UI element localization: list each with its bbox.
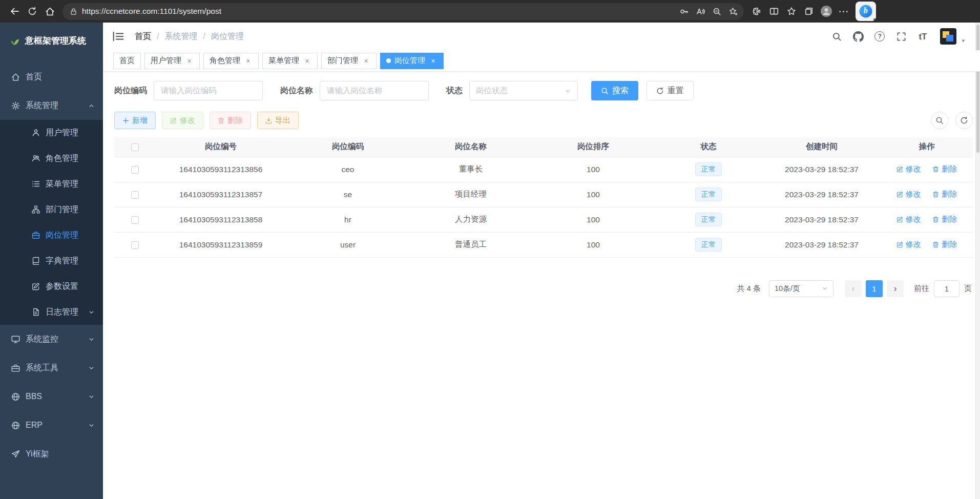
tab-dept-mgmt[interactable]: 部门管理 × xyxy=(321,53,377,69)
sidebar-item-menu-mgmt[interactable]: 菜单管理 xyxy=(0,171,103,197)
reset-button[interactable]: 重置 xyxy=(647,81,694,100)
prev-page-button[interactable]: ‹ xyxy=(845,280,862,297)
delete-link[interactable]: 删除 xyxy=(932,240,957,249)
search-button-label: 搜索 xyxy=(612,86,629,96)
tab-post-mgmt[interactable]: 岗位管理 × xyxy=(380,53,444,69)
sidebar-item-yi-framework[interactable]: Yi框架 xyxy=(0,440,103,468)
table-row: 1641030593112313858 hr 人力资源 100 正常 2023-… xyxy=(114,207,973,232)
sidebar-item-post-mgmt[interactable]: 岗位管理 xyxy=(0,222,103,248)
cell-created-time: 2023-03-29 18:52:37 xyxy=(763,157,881,182)
refresh-table-button[interactable] xyxy=(955,112,973,129)
sidebar-item-user-mgmt[interactable]: 用户管理 xyxy=(0,120,103,145)
copilot-button[interactable]: b ▾ xyxy=(856,2,876,21)
zoom-button[interactable] xyxy=(709,4,724,19)
github-button[interactable] xyxy=(849,27,867,46)
page-size-select[interactable]: 10条/页 xyxy=(769,280,833,297)
close-tab-icon[interactable]: × xyxy=(185,56,194,65)
export-button[interactable]: 导出 xyxy=(257,112,299,129)
refresh-button[interactable] xyxy=(24,3,41,20)
close-tab-icon[interactable]: × xyxy=(429,56,437,65)
close-tab-icon[interactable]: × xyxy=(303,56,311,65)
row-checkbox[interactable] xyxy=(131,241,139,249)
bing-logo-letter: b xyxy=(864,6,868,15)
edit-link[interactable]: 修改 xyxy=(896,164,921,174)
status-select[interactable]: 岗位状态 xyxy=(469,81,578,100)
sidebar-item-system-monitor[interactable]: 系统监控 xyxy=(0,325,103,354)
site-info-lock-icon[interactable] xyxy=(70,8,77,15)
profile-button[interactable] xyxy=(818,3,835,20)
add-favorite-button[interactable] xyxy=(725,4,741,19)
add-button[interactable]: 新增 xyxy=(114,112,156,129)
split-screen-button[interactable] xyxy=(765,3,783,20)
sidebar-toggle-icon[interactable] xyxy=(112,30,124,43)
vertical-scrollbar[interactable] xyxy=(975,23,980,499)
toggle-search-button[interactable] xyxy=(931,112,948,129)
sidebar-item-dict-mgmt[interactable]: 字典管理 xyxy=(0,248,103,274)
help-button[interactable]: ? xyxy=(870,27,889,46)
favorites-button[interactable] xyxy=(783,3,800,20)
search-icon xyxy=(601,87,609,95)
delete-link[interactable]: 删除 xyxy=(932,164,957,174)
row-checkbox[interactable] xyxy=(131,191,139,199)
password-key-button[interactable] xyxy=(676,4,692,19)
sidebar-item-label: 日志管理 xyxy=(46,307,78,318)
row-checkbox[interactable] xyxy=(131,216,139,224)
address-bar[interactable]: https://ccnetcore.com:1101/system/post xyxy=(62,3,744,20)
more-options-button[interactable]: ⋯ xyxy=(835,3,852,20)
delete-link[interactable]: 删除 xyxy=(932,215,957,224)
tab-home[interactable]: 首页 xyxy=(113,53,141,69)
back-button[interactable] xyxy=(6,3,24,20)
sidebar-item-system-mgmt[interactable]: 系统管理 xyxy=(0,91,103,120)
sidebar-item-dept-mgmt[interactable]: 部门管理 xyxy=(0,197,103,222)
breadcrumb-home[interactable]: 首页 xyxy=(135,31,151,42)
sidebar-item-erp[interactable]: ERP xyxy=(0,411,103,440)
close-tab-icon[interactable]: × xyxy=(244,56,253,65)
search-button[interactable]: 搜索 xyxy=(591,81,638,100)
tab-user-mgmt[interactable]: 用户管理 × xyxy=(144,53,200,69)
table-row: 1641030593112313856 ceo 董事长 100 正常 2023-… xyxy=(114,157,973,182)
extensions-button[interactable] xyxy=(748,3,765,20)
scrollbar-thumb[interactable] xyxy=(976,25,979,153)
sidebar-item-label: 系统工具 xyxy=(26,363,58,373)
header-search-button[interactable] xyxy=(827,27,846,46)
sidebar-item-bbs[interactable]: BBS xyxy=(0,382,103,411)
edit-link[interactable]: 修改 xyxy=(896,215,921,224)
avatar-dropdown-caret-icon[interactable]: ▾ xyxy=(962,38,965,46)
chevron-down-icon xyxy=(88,393,95,400)
sidebar-item-system-tools[interactable]: 系统工具 xyxy=(0,354,103,382)
cell-post-sort: 100 xyxy=(532,207,654,232)
goto-page-input[interactable] xyxy=(934,280,960,297)
refresh-icon xyxy=(960,116,968,124)
next-page-button[interactable]: › xyxy=(887,280,904,297)
table-row: 1641030593112313857 se 项目经理 100 正常 2023-… xyxy=(114,182,973,207)
tab-menu-mgmt[interactable]: 菜单管理 × xyxy=(262,53,318,69)
read-aloud-button[interactable] xyxy=(693,4,708,19)
sidebar: 意框架管理系统 首页 系统管理 用户管理 角色管理 xyxy=(0,23,103,499)
sidebar-item-home[interactable]: 首页 xyxy=(0,63,103,91)
app-title: 意框架管理系统 xyxy=(25,35,86,47)
collections-button[interactable] xyxy=(800,3,818,20)
delete-link[interactable]: 删除 xyxy=(932,190,957,199)
sidebar-item-role-mgmt[interactable]: 角色管理 xyxy=(0,145,103,171)
sidebar-item-param-settings[interactable]: 参数设置 xyxy=(0,274,103,299)
sidebar-item-log-mgmt[interactable]: 日志管理 xyxy=(0,299,103,325)
cell-post-name: 人力资源 xyxy=(409,207,532,232)
breadcrumb-separator: / xyxy=(203,32,205,41)
edit-link[interactable]: 修改 xyxy=(896,240,921,249)
post-name-input[interactable] xyxy=(320,81,429,100)
breadcrumb-system-mgmt[interactable]: 系统管理 xyxy=(164,31,197,42)
cell-post-sort: 100 xyxy=(532,232,654,257)
page-number-button[interactable]: 1 xyxy=(866,280,883,297)
row-checkbox[interactable] xyxy=(131,166,139,174)
user-avatar[interactable] xyxy=(940,28,956,45)
tab-role-mgmt[interactable]: 角色管理 × xyxy=(203,53,259,69)
book-icon xyxy=(32,257,40,265)
close-tab-icon[interactable]: × xyxy=(362,56,370,65)
home-button[interactable] xyxy=(41,3,58,20)
select-all-checkbox[interactable] xyxy=(131,143,139,151)
fullscreen-button[interactable] xyxy=(892,27,910,46)
sidebar-item-label: 角色管理 xyxy=(46,153,78,164)
edit-link[interactable]: 修改 xyxy=(896,190,921,199)
post-code-input[interactable] xyxy=(154,81,263,100)
font-size-button[interactable]: tT xyxy=(913,27,932,46)
